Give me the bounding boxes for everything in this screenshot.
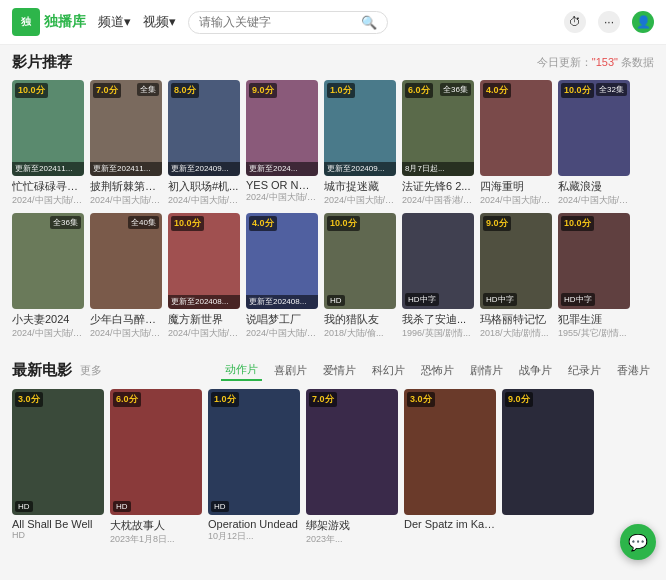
history-icon[interactable]: ⏱ bbox=[564, 11, 586, 33]
score-badge: 3.0分 bbox=[15, 392, 43, 407]
tab-香港片[interactable]: 香港片 bbox=[613, 361, 654, 380]
hd-badge: HD bbox=[113, 501, 131, 512]
movie-thumbnail: 10.0分更新至202411... bbox=[12, 80, 84, 176]
movie-title: 大枕故事人 bbox=[110, 518, 202, 533]
update-badge: 8月7日起... bbox=[402, 162, 474, 176]
movie-thumbnail: 3.0分HD bbox=[12, 389, 104, 515]
hd-badge: HD bbox=[15, 501, 33, 512]
movie-card[interactable]: 全36集小夫妻20242024/中国大陆/剧... bbox=[12, 213, 84, 340]
movie-thumbnail: 6.0分8月7日起...全36集 bbox=[402, 80, 474, 176]
tab-战争片[interactable]: 战争片 bbox=[515, 361, 556, 380]
latest-movie-grid: 3.0分HDAll Shall Be WellHD6.0分HD大枕故事人2023… bbox=[12, 389, 654, 546]
hd-badge: HD bbox=[327, 295, 345, 306]
movie-thumbnail: 全40集 bbox=[90, 213, 162, 309]
search-icon[interactable]: 🔍 bbox=[361, 15, 377, 30]
score-badge: 9.0分 bbox=[505, 392, 533, 407]
movie-thumbnail: 10.0分全32集 bbox=[558, 80, 630, 176]
movie-card[interactable]: 6.0分8月7日起...全36集法证先锋6 2...2024/中国香港/剧... bbox=[402, 80, 474, 207]
movie-thumbnail: 3.0分 bbox=[404, 389, 496, 515]
movie-meta: 2018/大陆/偷... bbox=[324, 327, 396, 340]
movie-thumbnail: 9.0分 bbox=[502, 389, 594, 515]
movie-meta: 2024/中国大陆/剧... bbox=[480, 194, 552, 207]
movie-meta: 2023年... bbox=[306, 533, 398, 546]
latest-title: 最新电影 bbox=[12, 361, 72, 380]
movie-card[interactable]: 9.0分HD中字玛格丽特记忆2018/大陆/剧情... bbox=[480, 213, 552, 340]
tab-科幻片[interactable]: 科幻片 bbox=[368, 361, 409, 380]
movie-thumbnail-bg bbox=[502, 389, 594, 515]
search-input[interactable] bbox=[199, 15, 355, 29]
movie-title: 初入职场#机... bbox=[168, 179, 240, 194]
movie-thumbnail: 7.0分 bbox=[306, 389, 398, 515]
nav-channel[interactable]: 频道▾ bbox=[98, 13, 131, 31]
movie-card[interactable]: 10.0分HD我的猎队友2018/大陆/偷... bbox=[324, 213, 396, 340]
score-badge: 8.0分 bbox=[171, 83, 199, 98]
hd-badge: HD中字 bbox=[561, 293, 595, 306]
movie-card[interactable]: 1.0分HDOperation Undead10月12日... bbox=[208, 389, 300, 546]
ep-badge: 全36集 bbox=[440, 83, 471, 96]
nav-video[interactable]: 视频▾ bbox=[143, 13, 176, 31]
featured-row-1: 10.0分更新至202411...忙忙碌碌寻宝藏2024/中国大陆/大...7.… bbox=[12, 80, 654, 207]
movie-thumbnail-bg bbox=[12, 389, 104, 515]
movie-card[interactable]: 6.0分HD大枕故事人2023年1月8日... bbox=[110, 389, 202, 546]
latest-more[interactable]: 更多 bbox=[80, 363, 102, 378]
movie-card[interactable]: 3.0分Der Spatz im Kamin bbox=[404, 389, 496, 546]
movie-card[interactable]: 9.0分更新至2024...YES OR NO ...2024/中国大陆/真..… bbox=[246, 80, 318, 207]
movie-meta: 2024/中国大陆/剧... bbox=[12, 327, 84, 340]
logo-text: 独播库 bbox=[44, 13, 86, 31]
movie-meta: 2024/中国大陆/真... bbox=[246, 327, 318, 340]
movie-card[interactable]: 3.0分HDAll Shall Be WellHD bbox=[12, 389, 104, 546]
movie-thumbnail: 7.0分更新至202411...全集 bbox=[90, 80, 162, 176]
movie-card[interactable]: HD中字我杀了安迪...1996/英国/剧情... bbox=[402, 213, 474, 340]
movie-card[interactable]: 7.0分绑架游戏2023年... bbox=[306, 389, 398, 546]
tab-爱情片[interactable]: 爱情片 bbox=[319, 361, 360, 380]
movie-title: 披荆斩棘第四季 bbox=[90, 179, 162, 194]
movie-card[interactable]: 10.0分更新至202411...忙忙碌碌寻宝藏2024/中国大陆/大... bbox=[12, 80, 84, 207]
movie-title: All Shall Be Well bbox=[12, 518, 104, 530]
user-icon[interactable]: 👤 bbox=[632, 11, 654, 33]
movie-card[interactable]: 4.0分更新至202408...说唱梦工厂2024/中国大陆/真... bbox=[246, 213, 318, 340]
movie-meta: 10月12日... bbox=[208, 530, 300, 543]
logo-icon: 独 bbox=[12, 8, 40, 36]
score-badge: 7.0分 bbox=[309, 392, 337, 407]
movie-card[interactable]: 10.0分HD中字犯罪生涯1955/其它/剧情... bbox=[558, 213, 630, 340]
header-icons: ⏱ ··· 👤 bbox=[564, 11, 654, 33]
movie-card[interactable]: 10.0分更新至202408...魔方新世界2024/中国大陆/真... bbox=[168, 213, 240, 340]
chat-button[interactable]: 💬 bbox=[620, 524, 656, 554]
movie-card[interactable]: 1.0分更新至202409...城市捉迷藏2024/中国大陆/真... bbox=[324, 80, 396, 207]
update-badge: 更新至202409... bbox=[168, 162, 240, 176]
header: 独 独播库 频道▾ 视频▾ 🔍 ⏱ ··· 👤 bbox=[0, 0, 666, 45]
update-badge: 更新至202408... bbox=[168, 295, 240, 309]
tab-动作片[interactable]: 动作片 bbox=[221, 360, 262, 381]
latest-section: 最新电影 更多 动作片喜剧片爱情片科幻片恐怖片剧情片战争片纪录片香港片 3.0分… bbox=[0, 352, 666, 554]
movie-card[interactable]: 7.0分更新至202411...全集披荆斩棘第四季2024/中国大陆/真... bbox=[90, 80, 162, 207]
search-bar[interactable]: 🔍 bbox=[188, 11, 388, 34]
movie-card[interactable]: 9.0分 bbox=[502, 389, 594, 546]
score-badge: 9.0分 bbox=[483, 216, 511, 231]
movie-thumbnail: 10.0分HD中字 bbox=[558, 213, 630, 309]
latest-tabs: 动作片喜剧片爱情片科幻片恐怖片剧情片战争片纪录片香港片 bbox=[221, 360, 654, 381]
more-icon[interactable]: ··· bbox=[598, 11, 620, 33]
movie-meta: 2018/大陆/剧情... bbox=[480, 327, 552, 340]
score-badge: 4.0分 bbox=[249, 216, 277, 231]
movie-card[interactable]: 8.0分更新至202409...初入职场#机...2024/中国大陆/真... bbox=[168, 80, 240, 207]
movie-title: 忙忙碌碌寻宝藏 bbox=[12, 179, 84, 194]
movie-thumbnail-bg bbox=[208, 389, 300, 515]
tab-纪录片[interactable]: 纪录片 bbox=[564, 361, 605, 380]
movie-card[interactable]: 4.0分四海重明2024/中国大陆/剧... bbox=[480, 80, 552, 207]
movie-meta: 2024/中国大陆/真... bbox=[246, 191, 318, 204]
score-badge: 9.0分 bbox=[249, 83, 277, 98]
movie-card[interactable]: 全40集少年白马醉春...2024/中国大陆/真... bbox=[90, 213, 162, 340]
tab-喜剧片[interactable]: 喜剧片 bbox=[270, 361, 311, 380]
tab-剧情片[interactable]: 剧情片 bbox=[466, 361, 507, 380]
tab-恐怖片[interactable]: 恐怖片 bbox=[417, 361, 458, 380]
movie-card[interactable]: 10.0分全32集私藏浪漫2024/中国大陆/剧... bbox=[558, 80, 630, 207]
hd-badge: HD中字 bbox=[483, 293, 517, 306]
movie-thumbnail: 10.0分更新至202408... bbox=[168, 213, 240, 309]
movie-meta: 2023年1月8日... bbox=[110, 533, 202, 546]
logo[interactable]: 独 独播库 bbox=[12, 8, 86, 36]
movie-meta: 2024/中国大陆/真... bbox=[324, 194, 396, 207]
movie-title: Der Spatz im Kamin bbox=[404, 518, 496, 530]
update-badge: 更新至202411... bbox=[12, 162, 84, 176]
score-badge: 7.0分 bbox=[93, 83, 121, 98]
score-badge: 6.0分 bbox=[405, 83, 433, 98]
